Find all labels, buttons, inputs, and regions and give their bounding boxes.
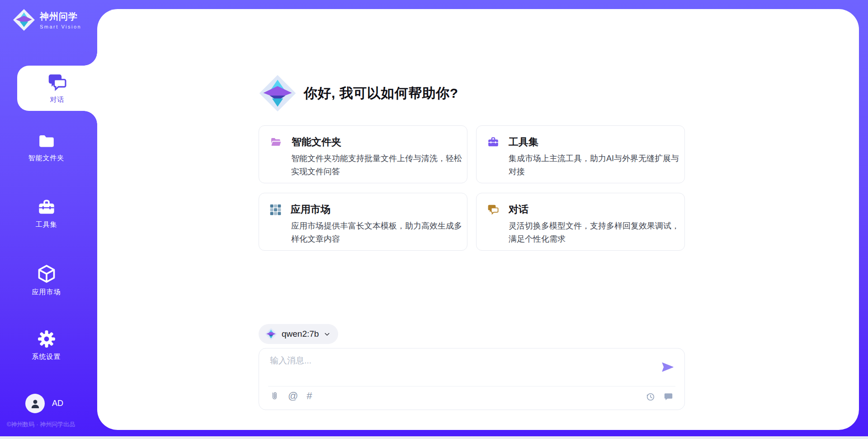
copyright-footer: ©神州数码 · 神州问学出品: [7, 420, 75, 429]
feature-card-chat[interactable]: 对话 灵活切换多模型文件，支持多样回复效果调试，满足个性化需求: [476, 193, 685, 251]
briefcase-icon: [487, 136, 500, 148]
chevron-down-icon: [323, 330, 331, 338]
diamond-logo-icon: [265, 328, 277, 340]
briefcase-icon: [37, 198, 56, 216]
card-title: 智能文件夹: [292, 135, 341, 149]
grid-icon: [269, 204, 282, 216]
sidebar-item-label: 工具集: [36, 220, 57, 229]
message-input[interactable]: [270, 355, 650, 383]
user-name: AD: [52, 399, 63, 408]
sidebar-item-label: 对话: [50, 95, 65, 104]
paperclip-icon[interactable]: [270, 391, 279, 401]
active-tab-curve-top: [84, 52, 97, 66]
folder-open-icon: [269, 136, 283, 148]
card-title: 应用市场: [291, 203, 330, 216]
feature-card-app-market[interactable]: 应用市场 应用市场提供丰富长文本模板，助力高效生成多样化文章内容: [259, 193, 467, 251]
history-icon[interactable]: [645, 391, 656, 402]
brand-subtitle: Smart Vision: [40, 24, 81, 29]
cube-icon: [37, 264, 57, 284]
card-description: 灵活切换多模型文件，支持多样回复效果调试，满足个性化需求: [509, 220, 680, 246]
sidebar: 神州问学 Smart Vision 对话 智能文件夹: [0, 0, 97, 439]
brand-name: 神州问学: [40, 10, 81, 23]
gear-icon: [37, 329, 56, 348]
greeting: 你好, 我可以如何帮助你?: [259, 73, 458, 114]
sidebar-item-chat[interactable]: 对话: [17, 66, 97, 111]
app-window: 神州问学 Smart Vision 对话 智能文件夹: [0, 0, 868, 439]
diamond-logo-icon: [259, 73, 297, 113]
feature-card-toolset[interactable]: 工具集 集成市场上主流工具，助力AI与外界无缝扩展与对接: [476, 125, 685, 183]
chat-icon: [487, 204, 500, 215]
card-description: 集成市场上主流工具，助力AI与外界无缝扩展与对接: [509, 152, 680, 178]
sidebar-item-settings[interactable]: 系统设置: [0, 329, 93, 361]
brand: 神州问学 Smart Vision: [13, 8, 81, 32]
sidebar-item-toolset[interactable]: 工具集: [0, 198, 93, 229]
composer-divider: [268, 386, 675, 387]
chat-icon: [47, 72, 67, 92]
card-description: 智能文件夹功能支持批量文件上传与清洗，轻松实现文件问答: [291, 152, 463, 178]
card-title: 工具集: [509, 135, 538, 149]
card-description: 应用市场提供丰富长文本模板，助力高效生成多样化文章内容: [291, 220, 463, 246]
sidebar-item-label: 应用市场: [32, 288, 61, 296]
folder-icon: [38, 133, 56, 150]
sidebar-item-label: 系统设置: [32, 353, 61, 361]
main-panel: 你好, 我可以如何帮助你? 智能文件夹 智能文件夹功能支持批量文件上传与清洗，轻…: [97, 9, 859, 430]
model-selector[interactable]: qwen2:7b: [259, 324, 338, 344]
greeting-title: 你好, 我可以如何帮助你?: [304, 84, 458, 103]
card-title: 对话: [509, 203, 528, 216]
bottom-edge: [0, 436, 868, 439]
sidebar-item-label: 智能文件夹: [28, 154, 65, 162]
mention-icon[interactable]: @: [288, 391, 298, 401]
composer-tools-right: [645, 391, 674, 402]
feature-card-smart-folder[interactable]: 智能文件夹 智能文件夹功能支持批量文件上传与清洗，轻松实现文件问答: [259, 125, 467, 183]
message-composer: @ #: [259, 348, 685, 410]
sidebar-item-smart-folder[interactable]: 智能文件夹: [0, 133, 93, 162]
brand-logo-icon: [13, 8, 35, 32]
model-name: qwen2:7b: [282, 329, 319, 339]
avatar: [25, 394, 45, 413]
active-tab-curve-bottom: [84, 111, 97, 124]
send-icon[interactable]: [661, 360, 675, 374]
hash-icon[interactable]: #: [307, 391, 312, 401]
composer-tools-left: @ #: [270, 391, 312, 401]
user-avatar-icon: [29, 398, 41, 410]
user-profile[interactable]: AD: [25, 394, 63, 413]
chat-bubble-icon[interactable]: [663, 392, 674, 402]
sidebar-item-app-market[interactable]: 应用市场: [0, 264, 93, 296]
